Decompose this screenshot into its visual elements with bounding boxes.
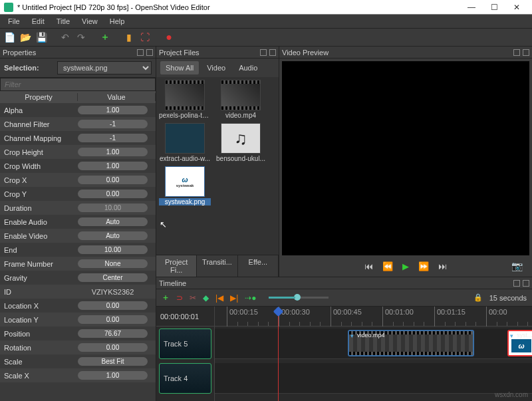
property-row[interactable]: Channel Mapping-1 — [0, 131, 156, 145]
redo-icon[interactable]: ↷ — [76, 32, 86, 43]
file-thumb[interactable]: extract-audio-w... — [159, 123, 211, 162]
tab-project-files[interactable]: Project Fi... — [156, 255, 197, 277]
property-value[interactable]: 76.67 — [78, 329, 148, 338]
next-marker-icon[interactable]: ▶| — [230, 293, 238, 303]
property-row[interactable]: IDVZIYKS2362 — [0, 285, 156, 299]
minimize-button[interactable]: — — [460, 1, 483, 14]
jump-start-icon[interactable]: ⏮ — [364, 261, 373, 271]
snapshot-icon[interactable]: 📷 — [511, 261, 523, 271]
selection-dropdown[interactable]: systweak.png — [57, 61, 152, 74]
tab-video[interactable]: Video — [201, 61, 231, 74]
property-row[interactable]: Rotation0.00 — [0, 340, 156, 354]
property-row[interactable]: Channel Filter-1 — [0, 117, 156, 131]
property-value[interactable]: 0.00 — [78, 176, 148, 184]
menu-file[interactable]: File — [3, 16, 25, 27]
property-value[interactable]: 10.00 — [78, 203, 148, 212]
zoom-slider[interactable] — [269, 297, 329, 299]
tab-effects[interactable]: Effe... — [238, 255, 279, 277]
menu-title[interactable]: Title — [51, 16, 75, 27]
snap-icon[interactable]: ⊃ — [176, 293, 183, 303]
tab-show-all[interactable]: Show All — [160, 61, 199, 74]
property-value[interactable]: 0.00 — [78, 190, 148, 198]
property-value[interactable]: 1.00 — [78, 371, 148, 380]
tab-transitions[interactable]: Transiti... — [197, 255, 237, 277]
property-value[interactable]: Best Fit — [78, 357, 148, 366]
property-row[interactable]: GravityCenter — [0, 271, 156, 285]
property-row[interactable]: Enable AudioAuto — [0, 215, 156, 229]
timeline-clip[interactable]: ω▾syst... — [507, 330, 532, 356]
new-project-icon[interactable]: 📄 — [4, 32, 15, 43]
menu-edit[interactable]: Edit — [27, 16, 50, 27]
lock-icon[interactable]: 🔒 — [473, 293, 483, 302]
file-thumb[interactable]: ωsystweaksystweak.png — [159, 166, 211, 205]
track-label-5[interactable]: Track 5 — [159, 329, 211, 359]
property-value[interactable]: Auto — [78, 231, 148, 240]
property-value[interactable]: 0.00 — [78, 301, 148, 310]
prev-marker-icon[interactable]: |◀ — [215, 293, 223, 303]
center-playhead-icon[interactable]: ⇢● — [245, 293, 256, 303]
fullscreen-icon[interactable]: ⛶ — [140, 32, 150, 43]
marker-icon[interactable]: ◆ — [203, 293, 209, 303]
file-thumb[interactable]: ♫bensound-ukul... — [215, 123, 267, 162]
float-icon[interactable] — [513, 280, 520, 287]
play-icon[interactable]: ▶ — [402, 261, 409, 271]
close-button[interactable]: ✕ — [505, 1, 528, 14]
property-row[interactable]: End10.00 — [0, 243, 156, 257]
property-value[interactable]: 0.00 — [78, 315, 148, 324]
property-value[interactable]: -1 — [78, 134, 148, 142]
track-lane-4[interactable] — [215, 363, 532, 394]
track-lane-5[interactable]: ▾video.mp4ω▾syst... — [215, 329, 532, 359]
profile-icon[interactable]: ▮ — [124, 32, 134, 43]
property-row[interactable]: Alpha1.00 — [0, 103, 156, 117]
property-value[interactable]: 1.00 — [78, 162, 148, 170]
property-row[interactable]: Position76.67 — [0, 327, 156, 340]
file-grid[interactable]: pexels-polina-ta...video.mp4extract-audi… — [156, 77, 279, 255]
file-thumb[interactable]: video.mp4 — [215, 80, 267, 119]
timeline-tracks[interactable]: 00:00:1500:00:3000:00:4500:01:0000:01:15… — [215, 307, 532, 401]
property-row[interactable]: Crop Height1.00 — [0, 145, 156, 159]
close-panel-icon[interactable] — [523, 280, 529, 287]
property-row[interactable]: Crop Y0.00 — [0, 187, 156, 201]
property-value[interactable]: None — [78, 259, 148, 268]
property-value[interactable]: 1.00 — [78, 106, 148, 114]
close-panel-icon[interactable] — [523, 49, 529, 56]
razor-icon[interactable]: ✂ — [190, 293, 196, 303]
time-ruler[interactable]: 00:00:1500:00:3000:00:4500:01:0000:01:15… — [215, 307, 532, 327]
rewind-icon[interactable]: ⏪ — [382, 261, 393, 271]
property-value[interactable]: 1.00 — [78, 148, 148, 156]
property-value[interactable]: Auto — [78, 217, 148, 226]
import-files-icon[interactable]: ＋ — [100, 32, 110, 43]
property-row[interactable]: ScaleBest Fit — [0, 354, 156, 368]
playhead[interactable] — [278, 313, 279, 401]
float-icon[interactable] — [513, 49, 520, 56]
property-value[interactable]: Center — [78, 273, 148, 282]
timeline-clip[interactable]: ▾video.mp4 — [348, 330, 474, 356]
float-icon[interactable] — [137, 49, 144, 56]
jump-end-icon[interactable]: ⏭ — [438, 261, 447, 271]
track-label-4[interactable]: Track 4 — [159, 363, 211, 394]
property-row[interactable]: Crop Width1.00 — [0, 159, 156, 173]
add-track-icon[interactable]: ＋ — [162, 292, 170, 303]
file-thumb[interactable]: pexels-polina-ta... — [159, 80, 211, 119]
save-project-icon[interactable]: 💾 — [36, 32, 47, 43]
open-project-icon[interactable]: 📂 — [20, 32, 31, 43]
property-value[interactable]: -1 — [78, 120, 148, 128]
property-row[interactable]: Frame NumberNone — [0, 257, 156, 271]
float-icon[interactable] — [260, 49, 267, 56]
property-value[interactable]: VZIYKS2362 — [92, 288, 134, 296]
property-row[interactable]: Location Y0.00 — [0, 313, 156, 327]
menu-view[interactable]: View — [76, 16, 103, 27]
undo-icon[interactable]: ↶ — [60, 32, 70, 43]
filter-input[interactable] — [0, 78, 156, 91]
preview-screen[interactable] — [282, 61, 529, 255]
close-panel-icon[interactable] — [269, 49, 276, 56]
maximize-button[interactable]: ☐ — [483, 1, 505, 14]
property-row[interactable]: Location X0.00 — [0, 299, 156, 313]
fast-forward-icon[interactable]: ⏩ — [418, 261, 429, 271]
close-panel-icon[interactable] — [146, 49, 153, 56]
menu-help[interactable]: Help — [104, 16, 130, 27]
property-row[interactable]: Crop X0.00 — [0, 173, 156, 187]
property-value[interactable]: 10.00 — [78, 245, 148, 254]
property-row[interactable]: Scale X1.00 — [0, 368, 156, 382]
tab-audio[interactable]: Audio — [233, 61, 263, 74]
